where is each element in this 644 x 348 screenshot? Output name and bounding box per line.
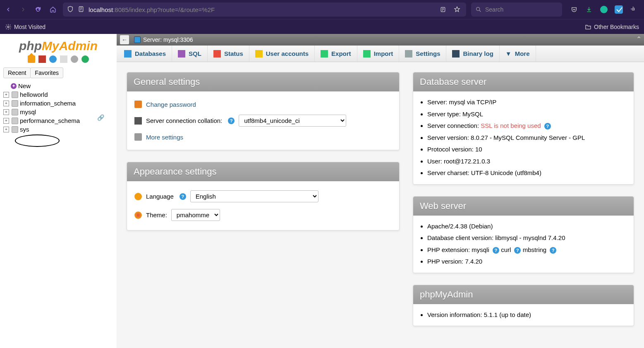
collation-label: Server connection collation: [146,117,222,124]
tab-binlog[interactable]: Binary log [446,46,499,62]
tab-recent[interactable]: Recent [3,67,31,78]
tab-users[interactable]: User accounts [249,46,315,62]
tab-more[interactable]: ▼More [500,46,536,62]
forward-button[interactable] [18,5,28,14]
ext1-icon[interactable] [599,5,608,14]
browser-toolbar: localhost:8085/index.php?route=/&route=%… [0,0,644,19]
users-icon [255,50,263,58]
browser-search-box[interactable]: Search [471,2,562,17]
card-title: phpMyAdmin [413,285,634,304]
language-label: Language [146,193,174,200]
language-row: Language ? English [134,187,392,206]
settings-icon[interactable] [71,55,78,63]
reload-button[interactable] [33,5,43,14]
help-icon[interactable]: ? [493,247,499,254]
list-item: Apache/2.4.38 (Debian) [427,221,626,233]
tab-sql[interactable]: SQL [172,46,208,62]
tab-settings[interactable]: Settings [399,46,446,62]
export-icon [321,50,328,58]
key-icon [134,101,142,108]
ext2-icon[interactable] [614,5,623,14]
tab-favorites[interactable]: Favorites [30,67,63,78]
list-item: Database client version: libmysql - mysq… [427,232,626,244]
logo-text-a: php [19,39,42,53]
app-container: phpMyAdmin Recent Favorites 🔗 ✦ New + he [0,34,644,348]
sidebar: phpMyAdmin Recent Favorites 🔗 ✦ New + he [0,34,117,348]
help-icon[interactable]: ? [180,193,186,200]
back-button[interactable] [3,5,13,14]
change-password-link[interactable]: Change password [146,101,196,108]
tab-import[interactable]: Import [357,46,400,62]
address-bar[interactable]: localhost:8085/index.php?route=/&route=%… [63,2,466,17]
expand-icon[interactable]: + [3,101,9,106]
help-icon[interactable]: ? [550,247,556,254]
db-icon [12,118,18,124]
chevron-down-icon: ▼ [505,50,512,57]
card-phpmyadmin: phpMyAdmin Version information: 5.1.1 (u… [413,285,634,326]
ssl-warning: SSL is not being used [481,122,541,129]
more-settings-link[interactable]: More settings [146,134,183,141]
sql-icon [178,50,185,58]
search-icon [475,6,482,13]
tab-status[interactable]: Status [208,46,249,62]
other-bookmarks-label: Other Bookmarks [594,24,639,30]
list-item: Server connection: SSL is not being used… [427,120,626,132]
annotation-circle [15,134,60,147]
tab-label: Settings [416,50,440,57]
reader-icon[interactable] [438,5,448,14]
status-icon [213,50,221,58]
docs-icon[interactable] [49,55,57,63]
minimize-icon[interactable]: ⌃ [636,35,642,43]
wrench-icon [134,133,142,141]
most-visited-bookmark[interactable]: Most Visited [5,24,45,30]
expand-icon[interactable]: + [3,109,9,115]
breadcrumb-label[interactable]: Server: mysql:3306 [143,36,193,43]
tab-databases[interactable]: Databases [118,46,172,62]
home-icon[interactable] [28,55,35,63]
sql-icon[interactable] [60,55,67,63]
list-item: Version information: 5.1.1 (up to date) [427,309,626,321]
change-password-row: Change password [134,97,392,111]
tree-new[interactable]: ✦ New [3,82,113,90]
pma-logo[interactable]: phpMyAdmin [0,39,117,53]
url-path: :8085/index.php?route=/&route=%2F [113,6,215,13]
help-icon[interactable]: ? [544,123,551,130]
reload-icon[interactable] [81,55,89,63]
db-label: information_schema [20,100,76,107]
expand-icon[interactable]: + [3,92,9,98]
content: General settings Change password Server … [117,62,644,348]
tree-db-sys[interactable]: + sys [3,125,113,134]
expand-icon[interactable]: + [3,127,9,132]
other-bookmarks[interactable]: Other Bookmarks [585,24,639,30]
browser-chrome: localhost:8085/index.php?route=/&route=%… [0,0,644,34]
gear-icon [5,24,12,30]
list-item-label: curl [501,246,512,253]
list-item-label: PHP extension: mysqli [427,246,491,253]
overflow-icon[interactable] [629,5,638,14]
home-button[interactable] [48,5,58,14]
tree-db-information-schema[interactable]: + information_schema [3,99,113,108]
pocket-icon[interactable] [570,5,579,14]
theme-icon [134,211,142,219]
svg-point-5 [7,26,9,28]
tree-db-helloworld[interactable]: + helloworld [3,90,113,99]
tree-new-label: New [18,82,31,89]
link-icon[interactable]: 🔗 [97,114,104,121]
bookmark-star-icon[interactable] [452,5,462,14]
theme-select[interactable]: pmahomme [171,209,220,221]
list-item: Server type: MySQL [427,108,626,120]
downloads-icon[interactable] [584,5,594,14]
collapse-nav-button[interactable]: ← [120,35,129,44]
help-icon[interactable]: ? [228,118,235,124]
db-label: performance_schema [20,117,80,124]
tab-export[interactable]: Export [315,46,357,62]
card-appearance-settings: Appearance settings Language ? English [127,162,400,230]
tab-label: Import [374,50,393,57]
language-select[interactable]: English [190,190,318,202]
logout-icon[interactable] [38,55,46,63]
collation-select[interactable]: utf8mb4_unicode_ci [239,115,346,127]
expand-icon[interactable]: + [3,118,9,124]
svg-rect-4 [615,5,623,14]
list-item: PHP extension: mysqli ? curl ? mbstring … [427,244,626,256]
help-icon[interactable]: ? [514,247,521,254]
